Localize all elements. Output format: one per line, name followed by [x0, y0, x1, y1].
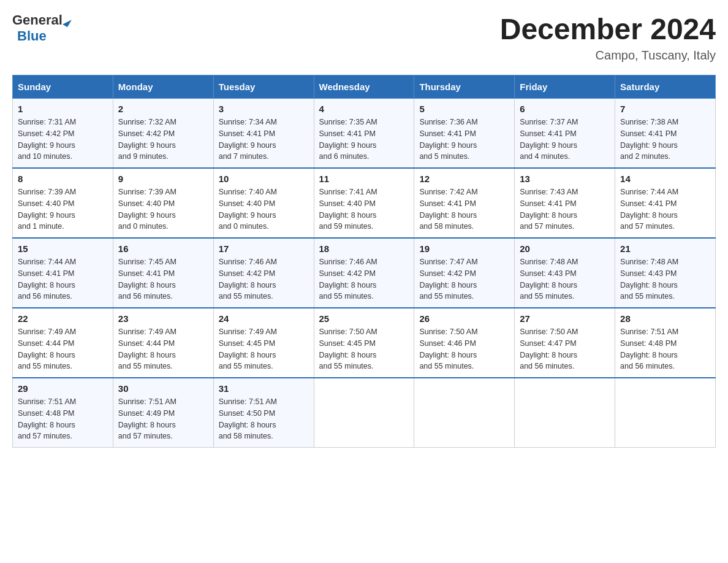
day-number: 23 [118, 313, 208, 324]
day-info: Sunrise: 7:39 AM Sunset: 4:40 PM Dayligh… [18, 186, 108, 232]
day-number: 7 [620, 104, 710, 114]
day-number: 20 [520, 243, 610, 254]
calendar-cell: 5 Sunrise: 7:36 AM Sunset: 4:41 PM Dayli… [414, 99, 515, 169]
calendar-cell: 30 Sunrise: 7:51 AM Sunset: 4:49 PM Dayl… [113, 378, 213, 448]
day-info: Sunrise: 7:48 AM Sunset: 4:43 PM Dayligh… [620, 256, 710, 302]
day-info: Sunrise: 7:38 AM Sunset: 4:41 PM Dayligh… [620, 117, 710, 163]
calendar-cell: 28 Sunrise: 7:51 AM Sunset: 4:48 PM Dayl… [615, 308, 716, 378]
day-number: 31 [219, 383, 309, 394]
day-number: 18 [319, 243, 409, 254]
day-info: Sunrise: 7:35 AM Sunset: 4:41 PM Dayligh… [319, 117, 409, 163]
day-info: Sunrise: 7:50 AM Sunset: 4:46 PM Dayligh… [419, 326, 509, 372]
day-info: Sunrise: 7:45 AM Sunset: 4:41 PM Dayligh… [118, 256, 208, 302]
calendar-cell: 16 Sunrise: 7:45 AM Sunset: 4:41 PM Dayl… [113, 238, 213, 308]
day-number: 10 [219, 174, 309, 184]
day-number: 30 [118, 383, 208, 394]
day-number: 24 [219, 313, 309, 324]
day-number: 22 [18, 313, 108, 324]
calendar-cell [414, 378, 515, 448]
calendar-cell: 29 Sunrise: 7:51 AM Sunset: 4:48 PM Dayl… [13, 378, 113, 448]
calendar-cell: 7 Sunrise: 7:38 AM Sunset: 4:41 PM Dayli… [615, 99, 716, 169]
calendar-cell: 24 Sunrise: 7:49 AM Sunset: 4:45 PM Dayl… [213, 308, 314, 378]
day-number: 12 [419, 174, 509, 184]
day-number: 11 [319, 174, 409, 184]
calendar-week-row: 15 Sunrise: 7:44 AM Sunset: 4:41 PM Dayl… [13, 238, 716, 308]
day-info: Sunrise: 7:44 AM Sunset: 4:41 PM Dayligh… [18, 256, 108, 302]
day-info: Sunrise: 7:50 AM Sunset: 4:45 PM Dayligh… [319, 326, 409, 372]
day-info: Sunrise: 7:47 AM Sunset: 4:42 PM Dayligh… [419, 256, 509, 302]
day-number: 21 [620, 243, 710, 254]
calendar-cell: 1 Sunrise: 7:31 AM Sunset: 4:42 PM Dayli… [13, 99, 113, 169]
day-number: 27 [520, 313, 610, 324]
calendar-cell: 25 Sunrise: 7:50 AM Sunset: 4:45 PM Dayl… [314, 308, 414, 378]
logo: General Blue [12, 12, 70, 44]
calendar-cell: 12 Sunrise: 7:42 AM Sunset: 4:41 PM Dayl… [414, 168, 515, 238]
day-info: Sunrise: 7:43 AM Sunset: 4:41 PM Dayligh… [520, 186, 610, 232]
calendar-cell: 4 Sunrise: 7:35 AM Sunset: 4:41 PM Dayli… [314, 99, 414, 169]
day-number: 28 [620, 313, 710, 324]
header-friday: Friday [515, 75, 615, 99]
day-info: Sunrise: 7:46 AM Sunset: 4:42 PM Dayligh… [219, 256, 309, 302]
day-info: Sunrise: 7:34 AM Sunset: 4:41 PM Dayligh… [219, 117, 309, 163]
calendar-cell: 17 Sunrise: 7:46 AM Sunset: 4:42 PM Dayl… [213, 238, 314, 308]
calendar-cell: 6 Sunrise: 7:37 AM Sunset: 4:41 PM Dayli… [515, 99, 615, 169]
day-number: 5 [419, 104, 509, 114]
day-info: Sunrise: 7:44 AM Sunset: 4:41 PM Dayligh… [620, 186, 710, 232]
logo-general-text: General [12, 12, 63, 28]
day-number: 16 [118, 243, 208, 254]
calendar-cell: 2 Sunrise: 7:32 AM Sunset: 4:42 PM Dayli… [113, 99, 213, 169]
day-number: 17 [219, 243, 309, 254]
calendar-cell [515, 378, 615, 448]
day-info: Sunrise: 7:48 AM Sunset: 4:43 PM Dayligh… [520, 256, 610, 302]
logo-blue-text: Blue [17, 28, 47, 44]
day-number: 15 [18, 243, 108, 254]
day-info: Sunrise: 7:49 AM Sunset: 4:44 PM Dayligh… [118, 326, 208, 372]
day-info: Sunrise: 7:31 AM Sunset: 4:42 PM Dayligh… [18, 117, 108, 163]
calendar-cell: 22 Sunrise: 7:49 AM Sunset: 4:44 PM Dayl… [13, 308, 113, 378]
day-info: Sunrise: 7:51 AM Sunset: 4:50 PM Dayligh… [219, 396, 309, 442]
calendar-cell: 10 Sunrise: 7:40 AM Sunset: 4:40 PM Dayl… [213, 168, 314, 238]
day-info: Sunrise: 7:36 AM Sunset: 4:41 PM Dayligh… [419, 117, 509, 163]
page-header: General Blue December 2024 Campo, Tuscan… [12, 12, 716, 63]
calendar-cell: 26 Sunrise: 7:50 AM Sunset: 4:46 PM Dayl… [414, 308, 515, 378]
calendar-cell: 3 Sunrise: 7:34 AM Sunset: 4:41 PM Dayli… [213, 99, 314, 169]
location-subtitle: Campo, Tuscany, Italy [500, 48, 716, 63]
day-info: Sunrise: 7:51 AM Sunset: 4:48 PM Dayligh… [18, 396, 108, 442]
calendar-cell: 8 Sunrise: 7:39 AM Sunset: 4:40 PM Dayli… [13, 168, 113, 238]
day-number: 3 [219, 104, 309, 114]
title-section: December 2024 Campo, Tuscany, Italy [500, 12, 716, 63]
header-thursday: Thursday [414, 75, 515, 99]
calendar-cell: 15 Sunrise: 7:44 AM Sunset: 4:41 PM Dayl… [13, 238, 113, 308]
day-number: 9 [118, 174, 208, 184]
header-tuesday: Tuesday [213, 75, 314, 99]
logo-triangle-icon [63, 17, 72, 27]
day-info: Sunrise: 7:46 AM Sunset: 4:42 PM Dayligh… [319, 256, 409, 302]
calendar-table: Sunday Monday Tuesday Wednesday Thursday… [12, 75, 716, 448]
day-number: 19 [419, 243, 509, 254]
day-number: 6 [520, 104, 610, 114]
calendar-cell: 21 Sunrise: 7:48 AM Sunset: 4:43 PM Dayl… [615, 238, 716, 308]
calendar-header-row: Sunday Monday Tuesday Wednesday Thursday… [13, 75, 716, 99]
day-number: 8 [18, 174, 108, 184]
day-info: Sunrise: 7:51 AM Sunset: 4:49 PM Dayligh… [118, 396, 208, 442]
calendar-cell: 11 Sunrise: 7:41 AM Sunset: 4:40 PM Dayl… [314, 168, 414, 238]
calendar-cell: 18 Sunrise: 7:46 AM Sunset: 4:42 PM Dayl… [314, 238, 414, 308]
day-number: 26 [419, 313, 509, 324]
calendar-week-row: 1 Sunrise: 7:31 AM Sunset: 4:42 PM Dayli… [13, 99, 716, 169]
day-number: 14 [620, 174, 710, 184]
day-number: 1 [18, 104, 108, 114]
calendar-week-row: 22 Sunrise: 7:49 AM Sunset: 4:44 PM Dayl… [13, 308, 716, 378]
calendar-cell: 14 Sunrise: 7:44 AM Sunset: 4:41 PM Dayl… [615, 168, 716, 238]
header-sunday: Sunday [13, 75, 113, 99]
day-number: 25 [319, 313, 409, 324]
day-info: Sunrise: 7:42 AM Sunset: 4:41 PM Dayligh… [419, 186, 509, 232]
calendar-cell: 23 Sunrise: 7:49 AM Sunset: 4:44 PM Dayl… [113, 308, 213, 378]
day-info: Sunrise: 7:49 AM Sunset: 4:45 PM Dayligh… [219, 326, 309, 372]
day-info: Sunrise: 7:40 AM Sunset: 4:40 PM Dayligh… [219, 186, 309, 232]
calendar-cell: 13 Sunrise: 7:43 AM Sunset: 4:41 PM Dayl… [515, 168, 615, 238]
calendar-cell: 19 Sunrise: 7:47 AM Sunset: 4:42 PM Dayl… [414, 238, 515, 308]
header-wednesday: Wednesday [314, 75, 414, 99]
day-info: Sunrise: 7:32 AM Sunset: 4:42 PM Dayligh… [118, 117, 208, 163]
calendar-cell: 20 Sunrise: 7:48 AM Sunset: 4:43 PM Dayl… [515, 238, 615, 308]
day-number: 13 [520, 174, 610, 184]
